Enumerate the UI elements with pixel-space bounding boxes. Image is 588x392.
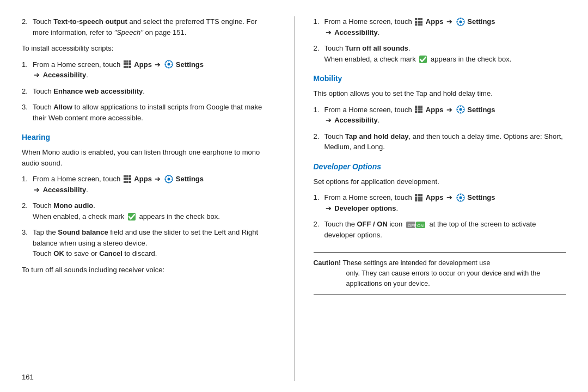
to-step-num-2: 2. xyxy=(314,43,324,54)
svg-rect-71 xyxy=(418,106,420,108)
arrow2-h: ➔ xyxy=(34,186,40,194)
svg-rect-53 xyxy=(415,21,417,23)
svg-rect-92 xyxy=(415,197,417,199)
settings-label-to: Settings xyxy=(467,17,495,26)
arrow-h: ➔ xyxy=(155,175,161,183)
svg-rect-89 xyxy=(415,194,417,196)
step-content: Touch Text-to-speech output and select t… xyxy=(33,16,275,38)
step-num: 2. xyxy=(22,16,33,27)
m-step-content-2: Touch Tap and hold delay, and then touch… xyxy=(324,131,567,152)
turn-off-bold: Turn off all sounds xyxy=(345,44,408,52)
intro-step2: 2. Touch Text-to-speech output and selec… xyxy=(22,16,275,38)
caution-box: Caution! These settings are intended for… xyxy=(314,252,567,295)
apps-icon-h xyxy=(123,175,132,183)
svg-line-47 xyxy=(171,176,171,176)
developer-options-label: Developer options xyxy=(334,204,396,212)
svg-line-86 xyxy=(462,112,463,112)
svg-line-29 xyxy=(166,66,167,67)
svg-point-60 xyxy=(459,20,462,23)
svg-rect-18 xyxy=(126,66,128,68)
d-step-num-1: 1. xyxy=(314,192,324,203)
speech-italic: "Speech" xyxy=(114,28,143,36)
svg-rect-91 xyxy=(420,194,422,196)
turn-off-heading: To turn off all sounds including receive… xyxy=(22,265,275,275)
svg-rect-96 xyxy=(418,199,420,201)
page-container: 2. Touch Text-to-speech output and selec… xyxy=(0,0,588,392)
svg-rect-11 xyxy=(124,60,126,63)
arrow-to: ➔ xyxy=(446,17,452,26)
apps-icon xyxy=(123,60,132,69)
m-step-num-1: 1. xyxy=(314,105,324,115)
hearing-step1: 1. From a Home screen, touch Apps ➔ Sett… xyxy=(22,174,275,195)
column-divider xyxy=(294,16,295,381)
mobility-step2: 2. Touch Tap and hold delay, and then to… xyxy=(314,131,567,152)
apps-icon-to xyxy=(414,17,423,26)
svg-line-27 xyxy=(171,66,171,67)
d-step-content-2: Touch the OFF / ON icon OFF ON at the to… xyxy=(324,219,567,240)
svg-rect-94 xyxy=(420,197,422,199)
settings-label-h: Settings xyxy=(176,175,204,183)
svg-rect-51 xyxy=(418,18,420,20)
hearing-desc: When Mono audio is enabled, you can list… xyxy=(22,147,275,168)
accessibility-label: Accessibility xyxy=(43,71,87,79)
svg-rect-32 xyxy=(129,175,131,177)
accessibility-label-h: Accessibility xyxy=(43,186,87,194)
sound-balance-bold: Sound balance xyxy=(58,228,108,236)
apps-label-d: Apps xyxy=(426,193,444,201)
svg-rect-36 xyxy=(124,181,126,183)
step-num-1: 1. xyxy=(22,59,33,70)
arrow2-to: ➔ xyxy=(326,28,332,36)
svg-text:ON: ON xyxy=(417,223,424,228)
svg-rect-77 xyxy=(418,111,420,113)
svg-rect-97 xyxy=(420,199,422,201)
svg-rect-38 xyxy=(129,181,131,183)
step-num-3: 3. xyxy=(22,102,33,113)
caution-label: Caution! xyxy=(314,259,341,267)
devopt-step2: 2. Touch the OFF / ON icon OFF ON at the… xyxy=(314,219,567,240)
accessibility-label-m: Accessibility xyxy=(334,116,378,124)
svg-line-28 xyxy=(171,62,171,62)
step-num-2: 2. xyxy=(22,86,33,97)
hearing-heading: Hearing xyxy=(22,133,275,142)
off-on-bold: OFF / ON xyxy=(357,220,388,228)
h-step-content-2: Touch Mono audio. When enabled, a check … xyxy=(33,200,275,222)
apps-icon-m xyxy=(414,105,423,114)
settings-icon-m xyxy=(456,105,465,114)
hearing-step2: 2. Touch Mono audio. When enabled, a che… xyxy=(22,200,275,222)
tts-bold: Text-to-speech output xyxy=(53,17,127,26)
turn-off-step1: 1. From a Home screen, touch Apps ➔ Sett… xyxy=(314,16,567,38)
to-step-content-1: From a Home screen, touch Apps ➔ Setting… xyxy=(324,16,567,38)
check-icon xyxy=(127,212,136,221)
arrow2: ➔ xyxy=(34,71,40,79)
arrow2-d: ➔ xyxy=(326,204,332,212)
svg-line-66 xyxy=(462,23,463,24)
svg-rect-50 xyxy=(415,18,417,20)
svg-rect-13 xyxy=(129,60,131,63)
step-content-2: Touch Enhance web accessibility. xyxy=(33,86,275,97)
svg-rect-37 xyxy=(126,181,128,183)
mobility-heading: Mobility xyxy=(314,74,567,83)
svg-line-48 xyxy=(166,181,167,181)
svg-point-80 xyxy=(459,108,462,111)
svg-line-87 xyxy=(462,107,463,107)
svg-rect-76 xyxy=(415,111,417,113)
mobility-desc: This option allows you to set the Tap an… xyxy=(314,88,567,99)
step-content-3: Touch Allow to allow applications to ins… xyxy=(33,102,275,123)
svg-rect-70 xyxy=(415,106,417,108)
settings-icon-d xyxy=(456,193,465,202)
left-column: 2. Touch Text-to-speech output and selec… xyxy=(22,16,275,381)
tap-hold-bold: Tap and hold delay xyxy=(345,132,409,140)
svg-line-85 xyxy=(458,107,458,107)
mono-bold: Mono audio xyxy=(53,201,93,210)
devopt-desc: Set options for application development. xyxy=(314,176,567,187)
svg-text:OFF: OFF xyxy=(408,223,416,228)
svg-rect-52 xyxy=(420,18,422,20)
arrow2-m: ➔ xyxy=(326,116,332,124)
hearing-step3: 3. Tap the Sound balance field and use t… xyxy=(22,227,275,259)
svg-rect-17 xyxy=(124,66,126,68)
to-step-content-2: Touch Turn off all sounds. When enabled,… xyxy=(324,43,567,64)
svg-rect-57 xyxy=(418,23,420,26)
h-step-num-2: 2. xyxy=(22,200,33,211)
svg-rect-16 xyxy=(129,63,131,65)
h-step-num-3: 3. xyxy=(22,227,33,238)
